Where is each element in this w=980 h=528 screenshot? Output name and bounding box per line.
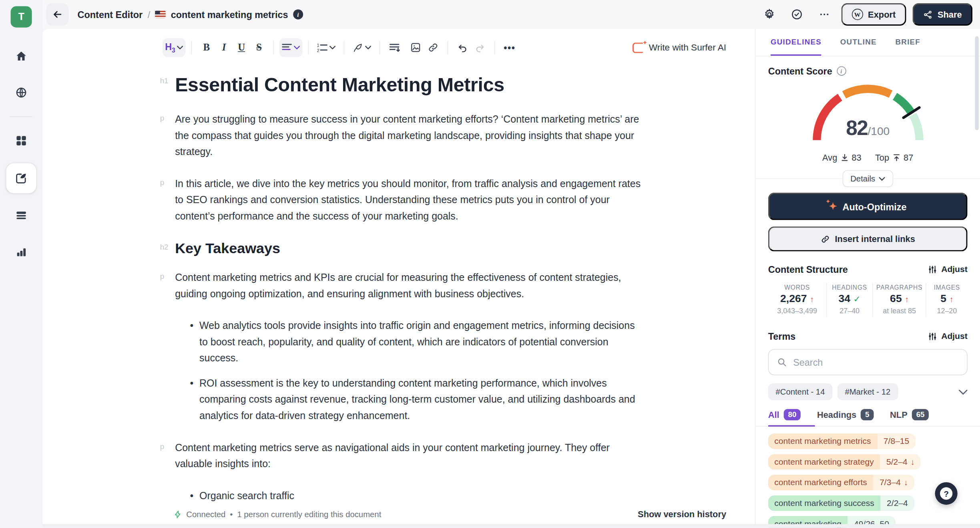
- editor-p[interactable]: Content marketing metrics serve as navig…: [175, 440, 643, 472]
- editor-p[interactable]: Content marketing metrics and KPIs are c…: [175, 270, 643, 302]
- tab-brief[interactable]: BRIEF: [896, 29, 920, 56]
- sidebar-item-domains[interactable]: [8, 79, 35, 107]
- editor-status-bar: Connected • 1 person currently editing t…: [174, 502, 726, 526]
- write-icon: [14, 171, 28, 185]
- structure-adjust-button[interactable]: Adjust: [928, 264, 967, 274]
- stat-value: 65: [890, 293, 902, 305]
- bold-button[interactable]: B: [198, 38, 215, 57]
- italic-button[interactable]: I: [215, 38, 233, 57]
- highlight-pen-dropdown[interactable]: [350, 38, 374, 57]
- indent-icon[interactable]: [386, 38, 404, 57]
- underline-button[interactable]: U: [233, 38, 250, 57]
- top-score: 87: [904, 153, 913, 163]
- undo-icon[interactable]: [454, 38, 472, 57]
- terms-adjust-button[interactable]: Adjust: [928, 331, 967, 341]
- more-options-icon[interactable]: [813, 5, 835, 24]
- strikethrough-button[interactable]: S: [250, 38, 268, 57]
- avg-down-to-bar-icon: [841, 154, 848, 161]
- stat-range: 27–40: [827, 307, 872, 315]
- term-filters: #Content - 14 #Market - 12: [768, 383, 968, 400]
- filter-chip[interactable]: #Content - 14: [768, 383, 832, 400]
- list-dropdown[interactable]: 12: [315, 38, 338, 57]
- alignment-dropdown[interactable]: [279, 38, 303, 57]
- wordpress-icon: W: [852, 9, 863, 20]
- term-pill[interactable]: content marketing strategy5/2–4↓: [768, 454, 921, 470]
- editor-blocks: h1Essential Content Marketing MetricspAr…: [175, 74, 643, 502]
- connection-bolt-icon: [174, 510, 182, 519]
- sidebar-item-content-editor[interactable]: [6, 163, 36, 193]
- document-scroll-area[interactable]: h1Essential Content Marketing MetricspAr…: [42, 60, 755, 502]
- up-arrow-icon: ↑: [905, 294, 909, 304]
- bullet-item[interactable]: ROI assessment is the key to understandi…: [190, 375, 643, 424]
- content-structure-stats: WORDS2,267 ↑3,043–3,499HEADINGS34 ✓27–40…: [768, 283, 968, 317]
- check-circle-icon[interactable]: [786, 5, 807, 24]
- tab-guidelines[interactable]: GUIDELINES: [771, 29, 821, 56]
- us-flag-icon: [155, 11, 166, 18]
- bullet-item[interactable]: Web analytics tools provide insights int…: [190, 318, 643, 367]
- filter-chip[interactable]: #Market - 12: [837, 383, 898, 400]
- bar-chart-icon: [15, 246, 27, 258]
- redo-icon[interactable]: [472, 38, 489, 57]
- heading-style-dropdown[interactable]: H3: [163, 38, 186, 57]
- details-dropdown[interactable]: Details: [842, 170, 894, 187]
- back-button[interactable]: [46, 3, 69, 26]
- panel-tabs: GUIDELINES OUTLINE BRIEF: [755, 29, 980, 56]
- connection-status: Connected: [186, 510, 225, 519]
- tab-outline[interactable]: OUTLINE: [840, 29, 877, 56]
- term-tab-count: 5: [861, 409, 874, 420]
- block-type-gutter: h1: [160, 76, 169, 85]
- bullet-list[interactable]: Web analytics tools provide insights int…: [175, 318, 643, 424]
- trend-down-icon: ↓: [910, 457, 914, 466]
- term-tab-nlp[interactable]: NLP65: [890, 409, 929, 420]
- stat-value: 5: [940, 293, 946, 305]
- stat-value: 34: [839, 293, 851, 305]
- sidebar-item-home[interactable]: [8, 42, 35, 70]
- filters-expand-chevron-icon[interactable]: [959, 389, 968, 394]
- term-pill[interactable]: content marketing efforts7/3–4↓: [768, 475, 914, 490]
- export-button[interactable]: W Export: [841, 3, 906, 26]
- insert-internal-links-button[interactable]: Insert internal links: [768, 226, 968, 251]
- term-pill[interactable]: content marketing metrics7/8–15: [768, 433, 916, 449]
- info-icon[interactable]: i: [293, 9, 303, 19]
- svg-text:1: 1: [317, 43, 319, 47]
- surfer-ai-icon: [633, 42, 643, 53]
- search-input[interactable]: [793, 357, 959, 368]
- document-title[interactable]: content marketing metrics: [171, 9, 288, 20]
- left-sidebar: T: [0, 0, 42, 528]
- editor-p[interactable]: In this article, we dive into the key me…: [175, 176, 643, 225]
- share-button[interactable]: Share: [912, 3, 972, 26]
- workspace-logo[interactable]: T: [11, 6, 32, 28]
- breadcrumb-app[interactable]: Content Editor: [78, 9, 143, 20]
- term-tab-all[interactable]: All80: [768, 409, 801, 420]
- show-version-history-link[interactable]: Show version history: [638, 509, 726, 519]
- panel-scrollbar[interactable]: [975, 36, 978, 130]
- check-icon: ✓: [853, 294, 860, 304]
- terms-search[interactable]: [768, 349, 968, 375]
- term-pill[interactable]: content marketing success2/2–4: [768, 495, 914, 511]
- block-type-gutter: p: [160, 442, 164, 451]
- sidebar-item-documents[interactable]: [8, 202, 35, 230]
- editor-card: H3 B I U S 12: [42, 29, 755, 528]
- insert-image-icon[interactable]: [407, 38, 425, 57]
- stat-range: 12–20: [926, 307, 968, 315]
- editor-p[interactable]: Are you struggling to measure success in…: [175, 111, 643, 160]
- editor-h2[interactable]: Key Takeaways: [175, 240, 643, 257]
- help-button[interactable]: ?: [935, 482, 958, 505]
- svg-text:2: 2: [317, 48, 319, 52]
- bullet-item[interactable]: Organic search traffic: [190, 488, 643, 502]
- content-score-info-icon[interactable]: i: [837, 66, 846, 75]
- block-type-gutter: p: [160, 272, 164, 281]
- write-with-surfer-ai-button[interactable]: Write with Surfer AI: [633, 42, 726, 53]
- settings-gear-icon[interactable]: [759, 5, 780, 24]
- home-icon: [15, 50, 27, 62]
- stat-headings: HEADINGS34 ✓27–40: [826, 283, 872, 317]
- block-type-gutter: h2: [160, 243, 169, 252]
- term-tab-headings[interactable]: Headings5: [817, 409, 874, 420]
- sidebar-item-dashboard[interactable]: [8, 127, 35, 155]
- editor-h1[interactable]: Essential Content Marketing Metrics: [175, 74, 643, 96]
- sidebar-item-analytics[interactable]: [8, 238, 35, 266]
- bullet-list[interactable]: Organic search trafficViewsTraffic sourc…: [175, 488, 643, 502]
- auto-optimize-button[interactable]: ✦ Auto-Optimize: [768, 193, 968, 220]
- toolbar-more-icon[interactable]: •••: [501, 38, 518, 57]
- insert-link-icon[interactable]: [425, 38, 442, 57]
